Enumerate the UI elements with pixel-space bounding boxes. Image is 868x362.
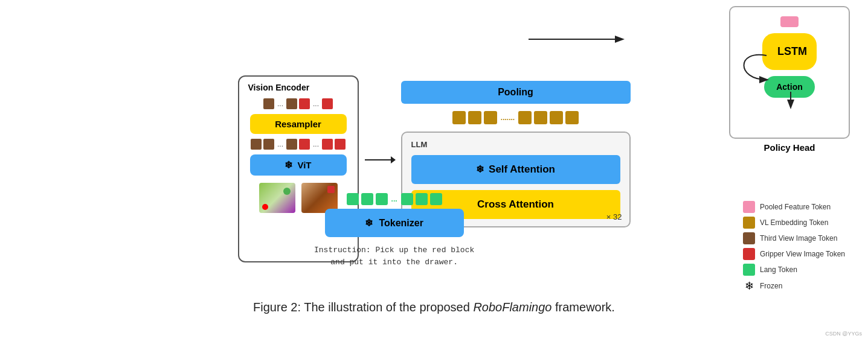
frozen-icon: ❄ xyxy=(285,159,292,171)
gold-token xyxy=(550,111,563,124)
caption-suffix: framework. xyxy=(551,300,614,314)
vision-encoder-label: Vision Encoder xyxy=(248,83,310,92)
legend-label-frozen: Frozen xyxy=(760,282,782,290)
legend-item-pooled: Pooled Feature Token xyxy=(743,201,845,213)
legend-color-vl xyxy=(743,217,755,229)
pooling-bar: Pooling xyxy=(401,81,631,104)
pooling-lstm-connector xyxy=(529,33,625,45)
gold-token xyxy=(534,111,547,124)
legend-label-lang: Lang Token xyxy=(760,265,797,274)
caption-italic: RoboFlamingo xyxy=(473,300,551,314)
legend-item-third: Third View Image Token xyxy=(743,232,845,244)
self-attention-bar: ❄ Self Attention xyxy=(411,155,620,184)
main-container: Vision Encoder ... ... Resampler ... xyxy=(0,0,868,362)
gold-token xyxy=(484,111,497,124)
legend-section: Pooled Feature Token VL Embedding Token … xyxy=(743,201,845,293)
dots: ... xyxy=(313,140,319,148)
dots: ....... xyxy=(501,113,515,122)
red-token xyxy=(322,98,333,109)
legend-item-gripper: Gripper View Image Token xyxy=(743,248,845,260)
green-token xyxy=(430,193,442,205)
legend-item-lang: Lang Token xyxy=(743,264,845,276)
token-row-2: ... ... xyxy=(251,139,346,150)
lstm-label: LSTM xyxy=(777,45,807,57)
legend-label-gripper: Gripper View Image Token xyxy=(760,250,845,258)
instruction-line1: Instruction: Pick up the red block xyxy=(314,246,474,255)
caption-prefix: Figure 2: The illustration of the propos… xyxy=(253,300,473,314)
brown-token xyxy=(263,139,274,150)
legend-color-lang xyxy=(743,264,755,276)
dots: ... xyxy=(277,100,283,108)
dots: ... xyxy=(391,195,397,203)
legend-color-gripper xyxy=(743,248,755,260)
brown-token xyxy=(251,139,262,150)
figure-caption: Figure 2: The illustration of the propos… xyxy=(253,300,615,320)
action-block: Action xyxy=(764,76,815,98)
frozen-icon-tokenizer: ❄ xyxy=(365,217,373,229)
resampler-block: Resampler xyxy=(250,114,347,134)
tokenizer-block: ❄ Tokenizer xyxy=(325,209,464,237)
self-attention-label: Self Attention xyxy=(489,164,555,176)
cross-attention-label: Cross Attention xyxy=(477,198,554,210)
brown-token xyxy=(263,98,274,109)
green-token xyxy=(376,193,388,205)
gold-token xyxy=(452,111,466,124)
frozen-icon-self-attn: ❄ xyxy=(476,164,484,175)
legend-item-frozen: ❄ Frozen xyxy=(743,279,845,293)
legend-color-third xyxy=(743,232,755,244)
diagram-area: Vision Encoder ... ... Resampler ... xyxy=(0,0,868,296)
policy-head-box: LSTM Action xyxy=(729,6,850,139)
green-token xyxy=(347,193,359,205)
dots: ... xyxy=(277,140,283,148)
dots: ... xyxy=(313,100,319,108)
action-label: Action xyxy=(776,82,803,92)
legend-label-third: Third View Image Token xyxy=(760,234,837,243)
vision-to-llm-arrow xyxy=(365,159,395,160)
llm-label: LLM xyxy=(411,140,620,149)
instruction-line2: and put it into the drawer. xyxy=(330,258,458,267)
red-token xyxy=(299,98,310,109)
vl-token-row: ....... xyxy=(452,111,579,124)
green-token xyxy=(361,193,373,205)
arrow-line xyxy=(365,159,395,160)
pooled-feature-token xyxy=(780,16,799,27)
legend-color-pooled xyxy=(743,201,755,213)
frozen-legend-icon: ❄ xyxy=(743,279,755,293)
policy-head-label: Policy Head xyxy=(764,142,815,153)
thumbnail-1 xyxy=(259,183,295,213)
gold-token xyxy=(565,111,579,124)
x32-label: × 32 xyxy=(606,212,622,221)
legend-label-vl: VL Embedding Token xyxy=(760,218,828,227)
legend-label-pooled: Pooled Feature Token xyxy=(760,203,831,211)
vit-label: ViT xyxy=(297,160,311,170)
brown-token xyxy=(286,139,297,150)
vit-block: ❄ ViT xyxy=(250,154,347,176)
gold-token xyxy=(468,111,481,124)
brown-token xyxy=(286,98,297,109)
instruction-text: Instruction: Pick up the red block and p… xyxy=(314,244,474,268)
tokenizer-label: Tokenizer xyxy=(379,218,423,229)
green-token xyxy=(416,193,428,205)
red-token xyxy=(322,139,333,150)
green-token xyxy=(401,193,413,205)
gold-token xyxy=(518,111,532,124)
legend-item-vl: VL Embedding Token xyxy=(743,217,845,229)
watermark: CSDN @YYGs xyxy=(825,331,862,337)
lang-token-row: ... xyxy=(347,193,442,205)
pooling-label: Pooling xyxy=(498,87,533,97)
resampler-label: Resampler xyxy=(275,119,321,129)
red-token xyxy=(335,139,346,150)
lstm-block: LSTM xyxy=(762,33,817,70)
red-token xyxy=(299,139,310,150)
token-row-1: ... ... xyxy=(263,98,333,109)
